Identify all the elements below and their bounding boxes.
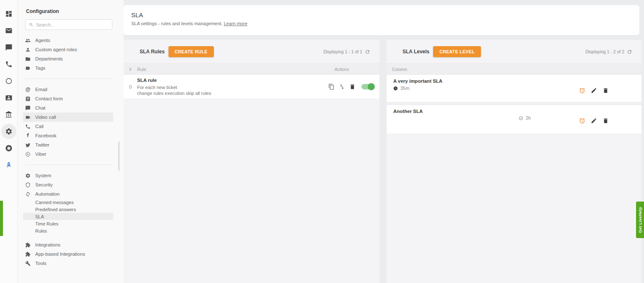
edit-level-button[interactable] (590, 87, 597, 94)
videocam-icon (25, 115, 31, 120)
rule-actions (328, 84, 374, 90)
viber-icon (25, 152, 31, 157)
rule-enabled-toggle[interactable] (361, 84, 374, 89)
person-icon (25, 47, 31, 52)
folder-icon (25, 56, 31, 62)
level-time: 2h (519, 115, 531, 121)
phone-icon[interactable] (0, 56, 18, 73)
facebook-icon (25, 133, 31, 139)
puzzle-icon (25, 242, 31, 248)
level-row[interactable]: Another SLA 2h (387, 105, 641, 134)
rules-table-header: # Rule Actions (124, 63, 379, 75)
app-window: Configuration Agents Custom agent roles … (0, 0, 644, 283)
contact-card-icon[interactable] (0, 89, 18, 106)
rules-displaying-count: Displaying 1 - 1 of 1 (323, 49, 370, 55)
sla-rules-title: SLA Rules (140, 49, 165, 55)
reorder-rule-button[interactable] (338, 84, 345, 90)
clock-filled-icon (393, 86, 398, 91)
mail-icon[interactable] (0, 22, 18, 39)
check-circle-icon (519, 116, 523, 121)
copy-rule-button[interactable] (328, 84, 335, 90)
sidebar-item-canned-messages[interactable]: Canned messages (23, 199, 113, 206)
sidebar-item-email[interactable]: @Email (23, 85, 113, 94)
shield-icon (25, 182, 31, 188)
page-title: SLA (131, 11, 639, 18)
sla-levels-panel: SLA Levels CREATE LEVEL Displaying 1 - 2… (387, 40, 641, 283)
dashboard-icon[interactable] (0, 5, 18, 22)
delete-level-button[interactable] (602, 87, 609, 94)
icon-rail (0, 0, 18, 283)
sidebar-item-app-based-integrations[interactable]: App-based Integrations (23, 249, 113, 259)
sidebar-item-facebook[interactable]: Facebook (23, 131, 113, 140)
livehelp-tab-left[interactable] (0, 201, 3, 236)
sidebar-title: Configuration (26, 8, 112, 14)
refresh-icon[interactable] (365, 49, 370, 55)
sidebar-item-system[interactable]: System (23, 171, 113, 180)
level-actions (579, 87, 609, 94)
level-actions (579, 117, 609, 124)
sla-levels-toolbar: SLA Levels CREATE LEVEL Displaying 1 - 2… (387, 40, 641, 63)
gear-icon (25, 173, 31, 178)
sidebar-item-video-call[interactable]: Video call (23, 113, 113, 122)
livehelp-tab[interactable]: Get LiveHelp (636, 202, 644, 238)
sidebar-divider (25, 79, 112, 79)
sidebar-item-tags[interactable]: Tags (23, 63, 113, 73)
sidebar-item-contact-form[interactable]: Contact form (23, 94, 113, 103)
rule-condition: For each new ticket (137, 84, 328, 90)
sla-rules-panel: SLA Rules CREATE RULE Displaying 1 - 1 o… (124, 40, 379, 283)
twitter-icon (25, 142, 31, 148)
sla-rules-toolbar: SLA Rules CREATE RULE Displaying 1 - 1 o… (124, 40, 379, 63)
sidebar-item-integrations[interactable]: Integrations (23, 240, 113, 249)
rule-name: SLA rule (137, 77, 328, 83)
configuration-sidebar: Configuration Agents Custom agent roles … (18, 0, 124, 283)
sidebar-item-chat[interactable]: Chat (23, 103, 113, 113)
level-row[interactable]: A very important SLA 35m (387, 75, 641, 102)
rule-row[interactable]: 0 SLA rule For each new ticket change ru… (124, 75, 379, 99)
alarm-level-button[interactable] (579, 87, 585, 94)
chat-icon[interactable] (0, 39, 18, 56)
settings-gear-icon[interactable] (0, 123, 18, 140)
level-time: 35m (393, 86, 409, 91)
sidebar-item-time-rules[interactable]: Time Rules (23, 220, 113, 227)
sidebar-item-viber[interactable]: Viber (23, 149, 113, 159)
delete-level-button[interactable] (602, 117, 609, 124)
row-separator (387, 102, 641, 105)
at-icon: @ (25, 86, 31, 92)
refresh-icon[interactable] (627, 49, 632, 55)
rocket-icon[interactable] (0, 157, 18, 173)
phone-icon (25, 124, 31, 129)
delete-rule-button[interactable] (349, 84, 356, 90)
level-name: Another SLA (393, 109, 423, 114)
page-subtitle: SLA settings - rules and levels manageme… (131, 21, 639, 26)
sidebar-item-security[interactable]: Security (23, 180, 113, 189)
sidebar-search[interactable] (25, 19, 112, 30)
search-input[interactable] (36, 22, 109, 27)
sidebar-divider (25, 165, 112, 165)
bank-icon[interactable] (0, 106, 18, 123)
sidebar-item-custom-agent-roles[interactable]: Custom agent roles (23, 45, 113, 54)
sidebar-item-departments[interactable]: Departments (23, 54, 113, 63)
sidebar-item-predefined-answers[interactable]: Predefined answers (23, 206, 113, 213)
edit-level-button[interactable] (590, 117, 597, 124)
create-rule-button[interactable]: CREATE RULE (169, 46, 214, 57)
sidebar-item-automation[interactable]: Automation (23, 189, 113, 199)
wrench-icon (25, 261, 31, 266)
levels-table-header: Column (387, 63, 641, 75)
sidebar-item-twitter[interactable]: Twitter (23, 140, 113, 149)
sidebar-item-rules[interactable]: Rules (23, 227, 113, 234)
sidebar-menu: Agents Custom agent roles Departments Ta… (25, 36, 112, 268)
circle-icon[interactable] (0, 73, 18, 89)
search-icon (29, 22, 34, 27)
sidebar-item-agents[interactable]: Agents (23, 36, 113, 45)
sidebar-scrollbar[interactable] (118, 142, 119, 171)
people-icon (25, 38, 31, 43)
sync-icon (25, 191, 31, 197)
sidebar-item-sla[interactable]: SLA (23, 213, 113, 220)
sidebar-item-call[interactable]: Call (23, 122, 113, 131)
puzzle-icon (25, 252, 31, 257)
create-level-button[interactable]: CREATE LEVEL (433, 46, 481, 57)
star-circle-icon[interactable] (0, 140, 18, 157)
sidebar-item-tools[interactable]: Tools (23, 259, 113, 268)
alarm-level-button[interactable] (579, 117, 585, 124)
learn-more-link[interactable]: Learn more (224, 21, 247, 26)
